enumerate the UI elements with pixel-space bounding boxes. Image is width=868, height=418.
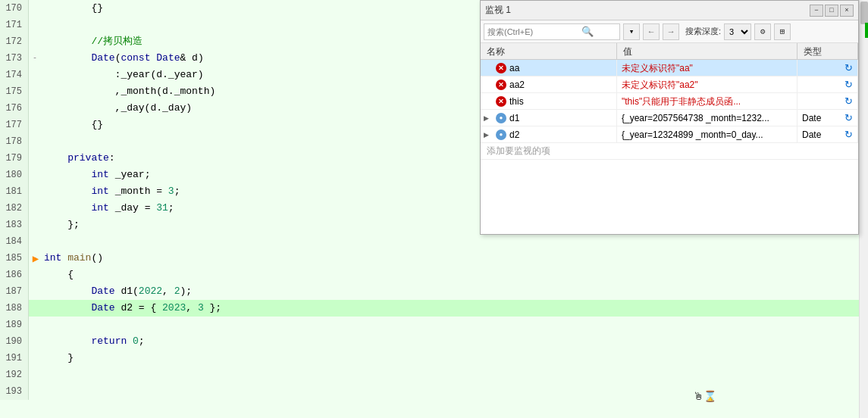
code-content: ,_day(d._day) <box>41 100 192 117</box>
nav-back-button[interactable]: ← <box>643 23 660 40</box>
fold-indicator <box>29 183 41 200</box>
restore-button[interactable]: □ <box>825 5 838 17</box>
watch-name-cell: ✕aa2 <box>481 76 617 93</box>
watch-value-cell: "this"只能用于非静态成员函... <box>617 93 797 110</box>
line-number: 181 <box>0 183 29 200</box>
watch-name-text: d1 <box>509 110 519 126</box>
error-icon: ✕ <box>496 96 506 107</box>
watch-value-cell: {_year=12324899 _month=0_day... <box>617 126 797 143</box>
code-content: private: <box>41 150 115 167</box>
code-line: 192 <box>0 367 859 383</box>
watch-type-cell: ↻ <box>797 76 858 93</box>
col-header-type: 类型 <box>797 43 858 60</box>
refresh-icon[interactable]: ↻ <box>844 93 853 110</box>
watch-name-cell: ✕this <box>481 93 617 110</box>
fold-indicator <box>29 200 41 217</box>
line-number: 189 <box>0 317 29 333</box>
code-line: 191 } <box>0 350 859 367</box>
code-line: 185-int main()▶ <box>0 250 859 267</box>
float-button[interactable]: − <box>810 5 823 17</box>
watch-value-cell: 未定义标识符"aa2" <box>617 76 797 93</box>
code-line: 188 Date d2 = { 2023, 3 }; <box>0 300 859 317</box>
line-number: 184 <box>0 233 29 250</box>
line-number: 182 <box>0 200 29 217</box>
close-button[interactable]: × <box>840 5 854 17</box>
watch-type-text: Date <box>802 110 821 126</box>
fold-indicator <box>29 217 41 233</box>
error-icon: ✕ <box>496 80 506 90</box>
expand-arrow-icon[interactable]: ▶ <box>484 110 493 126</box>
search-icon: 🔍 <box>581 26 594 38</box>
toolbar-extra-button[interactable]: ⊞ <box>774 23 791 40</box>
code-line: 187 Date d1(2022, 2); <box>0 283 859 300</box>
watch-row[interactable]: ▶●d2{_year=12324899 _month=0_day...Date↻ <box>481 126 858 143</box>
fold-indicator <box>29 117 41 133</box>
code-content: Date d2 = { 2023, 3 }; <box>41 300 221 317</box>
line-number: 173 <box>0 50 29 67</box>
line-number: 170 <box>0 0 29 17</box>
watch-row[interactable]: ▶●d1{_year=2057564738 _month=1232...Date… <box>481 110 858 126</box>
fold-indicator <box>29 317 41 333</box>
nav-forward-button[interactable]: → <box>663 23 679 40</box>
expand-arrow-icon[interactable]: ▶ <box>484 126 493 143</box>
fold-indicator <box>29 233 41 250</box>
refresh-icon[interactable]: ↻ <box>844 76 853 93</box>
fold-indicator <box>29 350 41 367</box>
watch-title: 监视 1 <box>485 4 511 17</box>
search-input[interactable] <box>487 27 578 36</box>
debug-arrow: ▶ <box>30 250 41 267</box>
refresh-icon[interactable]: ↻ <box>844 110 853 126</box>
code-content: { <box>41 267 74 283</box>
scrollbar-track[interactable] <box>859 0 868 418</box>
line-number: 187 <box>0 283 29 300</box>
fold-indicator[interactable]: - <box>29 50 41 67</box>
toolbar-settings-button[interactable]: ⚙ <box>754 23 771 40</box>
refresh-icon[interactable]: ↻ <box>844 60 853 76</box>
code-line: 189 <box>0 317 859 333</box>
refresh-icon[interactable]: ↻ <box>844 126 853 143</box>
code-content: }; <box>41 217 80 233</box>
add-watch-row[interactable]: 添加要监视的项 <box>481 143 858 160</box>
line-number: 179 <box>0 150 29 167</box>
watch-type-cell: Date↻ <box>797 110 858 126</box>
watch-panel: 监视 1 − □ × 🔍 ▾ ← → 搜索深度: 3 1 2 4 5 ⚙ ⊞ 名… <box>480 0 859 235</box>
watch-value-cell: {_year=2057564738 _month=1232... <box>617 110 797 126</box>
line-number: 172 <box>0 33 29 50</box>
fold-indicator <box>29 367 41 383</box>
watch-type-cell: Date↻ <box>797 126 858 143</box>
fold-indicator <box>29 300 41 317</box>
search-icon-button[interactable]: ▾ <box>623 23 640 40</box>
object-icon: ● <box>496 129 506 140</box>
code-content: {} <box>41 0 103 17</box>
line-number: 180 <box>0 167 29 183</box>
watch-row[interactable]: ✕aa未定义标识符"aa"↻ <box>481 60 858 76</box>
fold-indicator <box>29 0 41 17</box>
code-content: int _year; <box>41 167 150 183</box>
code-content: int main() <box>41 250 103 267</box>
error-icon: ✕ <box>496 63 506 73</box>
code-content: //拷贝构造 <box>41 33 143 50</box>
line-number: 190 <box>0 333 29 350</box>
code-content <box>41 233 44 250</box>
code-content: int _day = 31; <box>41 200 174 217</box>
watch-row[interactable]: ✕this"this"只能用于非静态成员函...↻ <box>481 93 858 110</box>
watch-row[interactable]: ✕aa2未定义标识符"aa2"↻ <box>481 76 858 93</box>
line-number: 171 <box>0 17 29 33</box>
depth-select[interactable]: 3 1 2 4 5 <box>724 23 751 40</box>
code-line: 184 <box>0 233 859 250</box>
fold-indicator <box>29 283 41 300</box>
depth-label: 搜索深度: <box>685 26 721 37</box>
watch-name-text: aa2 <box>509 76 525 93</box>
line-number: 177 <box>0 117 29 133</box>
col-header-value: 值 <box>617 43 797 60</box>
watch-table: 名称 值 类型 ✕aa未定义标识符"aa"↻✕aa2未定义标识符"aa2"↻✕t… <box>481 43 858 234</box>
line-number: 174 <box>0 67 29 83</box>
scrollbar-thumb[interactable] <box>860 2 868 24</box>
watch-name-text: this <box>509 93 524 110</box>
line-number: 186 <box>0 267 29 283</box>
watch-name-text: d2 <box>509 126 519 143</box>
line-number: 193 <box>0 383 29 400</box>
cursor-area: 🖱⌛ <box>693 390 716 403</box>
watch-name-cell: ✕aa <box>481 60 617 76</box>
watch-name-text: aa <box>509 60 519 76</box>
